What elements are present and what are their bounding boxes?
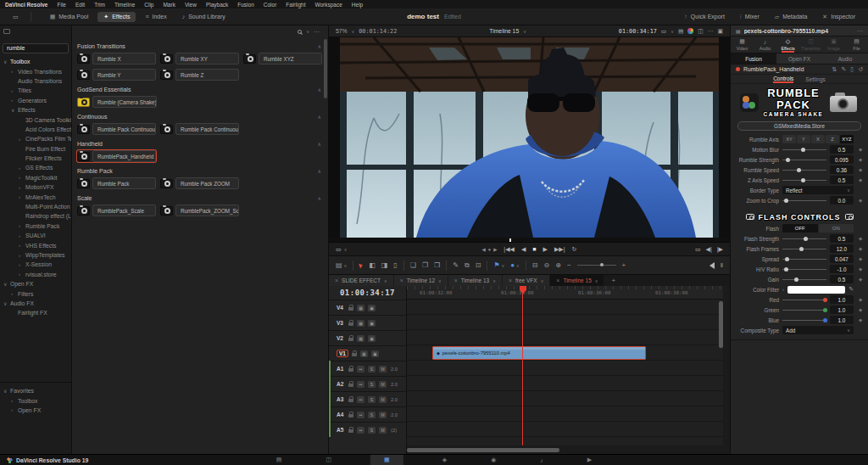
record-arm-icon[interactable]: •• bbox=[357, 412, 364, 418]
effect-item[interactable]: Rumble Pack Continuous bbox=[77, 123, 156, 135]
step-back-button[interactable]: ◀ bbox=[521, 246, 526, 253]
track-auto-select-icon[interactable]: ▣ bbox=[371, 350, 379, 357]
effect-item[interactable]: RumblePack_ZOOM_Scale bbox=[160, 204, 239, 216]
keyframe-icon[interactable]: ◆ bbox=[857, 236, 864, 241]
effects-tree-item[interactable]: Acid Colors Effects bbox=[0, 125, 71, 134]
slider-knob[interactable] bbox=[784, 267, 788, 272]
position-lock-icon[interactable]: ⊡ bbox=[476, 261, 481, 269]
composite-type-dropdown[interactable]: Add ∨ bbox=[782, 326, 854, 334]
toolbar-right-button[interactable]: ✕ Inspector bbox=[816, 12, 861, 22]
track-auto-select-icon[interactable]: ▣ bbox=[368, 305, 376, 311]
timeline-tab[interactable]: × Timeline 13 ∨ bbox=[448, 275, 502, 286]
slider-knob[interactable] bbox=[823, 308, 827, 312]
effects-tree-item[interactable]: Fire Burn Effect bbox=[0, 144, 71, 154]
tree-expander-icon[interactable]: › bbox=[11, 98, 15, 103]
parameter-value-box[interactable]: 12.0 bbox=[830, 244, 854, 253]
zoom-plus-icon[interactable]: + bbox=[622, 261, 626, 269]
close-tab-icon[interactable]: × bbox=[509, 277, 512, 283]
keyframe-icon[interactable]: ◆ bbox=[857, 198, 864, 203]
effects-tree-item[interactable]: › WippTemplates bbox=[0, 250, 71, 260]
tree-expander-icon[interactable]: › bbox=[19, 165, 23, 171]
customize-icon[interactable]: ✎ bbox=[841, 66, 846, 73]
insert-clip-icon[interactable]: ❏ bbox=[410, 261, 416, 269]
axis-option-button[interactable]: X bbox=[811, 135, 825, 143]
parameter-value-box[interactable]: 0.5 bbox=[830, 234, 854, 243]
library-panel-icon[interactable] bbox=[3, 29, 10, 34]
match-frame-out-icon[interactable]: |▶ bbox=[717, 246, 723, 253]
effects-tree-item[interactable]: › MagicToolkit bbox=[0, 173, 71, 182]
solo-button[interactable]: S bbox=[368, 427, 376, 434]
effects-tree-item[interactable]: › Video Transitions bbox=[0, 66, 71, 76]
keyframe-icon[interactable]: ◆ bbox=[857, 147, 864, 152]
reset-effect-icon[interactable]: ↺ bbox=[858, 66, 863, 73]
color-swatch[interactable] bbox=[787, 286, 845, 294]
panel-toggle-button[interactable]: ≡ Index bbox=[139, 12, 172, 21]
tab-settings[interactable]: Settings bbox=[805, 76, 826, 82]
loop-region-icon[interactable]: ▭ bbox=[695, 246, 701, 253]
stop-button[interactable]: ■ bbox=[532, 246, 536, 252]
page-button[interactable]: ▤ bbox=[271, 455, 287, 465]
axis-option-button[interactable]: XYZ bbox=[840, 135, 854, 143]
tree-expander-icon[interactable]: › bbox=[11, 88, 15, 93]
match-frame-icon[interactable]: ◀| bbox=[706, 246, 712, 253]
parameter-value-box[interactable]: 1.0 bbox=[830, 295, 854, 304]
play-button[interactable]: ▶ bbox=[543, 246, 548, 253]
track-lock-icon[interactable] bbox=[348, 384, 353, 387]
parameter-slider[interactable] bbox=[782, 296, 826, 303]
dual-monitor-icon[interactable]: ◫ bbox=[698, 28, 703, 35]
keyframe-icon[interactable]: ◆ bbox=[857, 307, 864, 312]
timeline-tab[interactable]: × free VFX ∨ bbox=[503, 275, 549, 286]
menu-item[interactable]: Color bbox=[264, 2, 277, 8]
tree-expander-icon[interactable]: ∨ bbox=[11, 107, 15, 113]
more-options-icon[interactable]: ··· bbox=[314, 29, 320, 35]
parameter-slider[interactable] bbox=[782, 266, 826, 272]
track-enable-icon[interactable]: ▦ bbox=[360, 350, 368, 357]
keyframe-icon[interactable]: ◆ bbox=[857, 277, 864, 282]
tree-expander-icon[interactable]: › bbox=[19, 272, 23, 277]
parameter-value-box[interactable]: 0.5 bbox=[830, 176, 854, 184]
page-button[interactable]: ▦ bbox=[370, 455, 403, 465]
effect-item[interactable]: Rumble X bbox=[77, 53, 156, 64]
zoom-in-icon[interactable]: ⊕ bbox=[555, 261, 561, 269]
track-auto-select-icon[interactable]: ▣ bbox=[368, 335, 376, 342]
page-button[interactable]: ◫ bbox=[320, 455, 337, 465]
effects-tree-item[interactable]: ∨ Open FX bbox=[0, 279, 71, 289]
record-arm-icon[interactable]: •• bbox=[357, 366, 364, 373]
parameter-slider[interactable] bbox=[782, 276, 826, 283]
effect-item[interactable]: RumblePack_Handheld bbox=[77, 150, 156, 162]
mute-button[interactable]: M bbox=[379, 412, 387, 418]
timeline-tab[interactable]: × Timeline 15 ∨ bbox=[550, 275, 604, 286]
mute-button[interactable]: M bbox=[379, 381, 387, 388]
effect-item[interactable]: Rumble Y bbox=[77, 69, 156, 81]
keyframe-icon[interactable]: ◆ bbox=[857, 157, 864, 162]
project-manager-icon[interactable]: ▭ bbox=[7, 12, 25, 22]
parameter-value-box[interactable]: -1.0 bbox=[830, 265, 854, 273]
track-enable-icon[interactable]: ▦ bbox=[357, 320, 364, 327]
effect-item[interactable]: Rumble Z bbox=[160, 69, 239, 81]
marker-icon[interactable]: ●∨ bbox=[510, 261, 520, 269]
timeline-zoom-slider[interactable] bbox=[577, 265, 616, 266]
timeline-track-area[interactable]: 01:00:32:00 01:00:34:00 01:00:36:00 01:0… bbox=[407, 286, 723, 445]
slider-knob[interactable] bbox=[797, 168, 801, 172]
timeline-selector[interactable]: Timeline 15 bbox=[489, 28, 519, 34]
go-to-start-button[interactable]: |◀◀ bbox=[504, 246, 515, 253]
effects-panel-scrollbar[interactable] bbox=[324, 39, 327, 98]
inspector-subtab[interactable]: Open FX bbox=[776, 53, 822, 64]
tree-expander-icon[interactable]: › bbox=[19, 253, 23, 258]
scrub-playhead[interactable] bbox=[509, 238, 511, 242]
audio-track-header[interactable]: A5 •• S M (2) bbox=[329, 422, 406, 437]
effect-item[interactable]: Rumble Pack bbox=[77, 177, 156, 189]
parameter-slider[interactable] bbox=[782, 176, 826, 183]
loop-button[interactable]: ↻ bbox=[572, 246, 577, 253]
audio-track-header[interactable]: A1 •• S M 2.0 bbox=[329, 361, 406, 376]
tree-expander-icon[interactable]: › bbox=[19, 233, 23, 238]
dynamic-trim-mode-icon[interactable]: ◨ bbox=[381, 261, 388, 269]
effect-enable-toggle[interactable] bbox=[736, 67, 740, 71]
keyframe-icon[interactable]: ◆ bbox=[857, 297, 864, 302]
toolbar-right-button[interactable]: ↑ Quick Export bbox=[678, 12, 731, 21]
jog-control[interactable]: ◀●▶ bbox=[482, 247, 498, 252]
menu-item[interactable]: Workspace bbox=[314, 2, 342, 8]
toolbar-right-button[interactable]: ▱ Metadata bbox=[769, 12, 814, 22]
viewer-zoom-level[interactable]: 57% bbox=[336, 28, 348, 34]
mute-button[interactable]: M bbox=[379, 396, 387, 403]
